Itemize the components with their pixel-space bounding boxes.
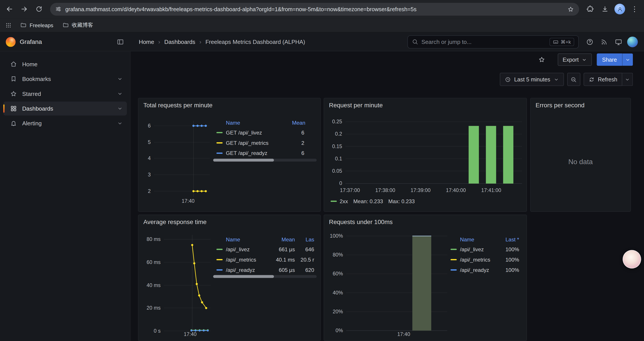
axis-tick-label: 17:37:00 <box>332 187 368 194</box>
panel-title[interactable]: Errors per second <box>531 98 630 112</box>
axis-tick-label: 0.05 <box>324 168 342 174</box>
forward-icon <box>20 5 28 13</box>
reload-icon <box>35 5 43 13</box>
axis-tick-label: 4 <box>138 155 151 162</box>
axis-tick-label: 40 ms <box>138 282 161 288</box>
folder-icon <box>20 22 27 28</box>
extensions-button[interactable] <box>583 2 597 16</box>
sidebar: HomeBookmarksStarredDashboardsAlerting <box>0 51 131 341</box>
reload-button[interactable] <box>32 2 46 16</box>
downloads-button[interactable] <box>598 2 612 16</box>
grafana-logo[interactable] <box>6 37 16 47</box>
share-button[interactable]: Share <box>597 54 622 66</box>
axis-tick-label: 17:39:00 <box>402 187 439 194</box>
help-button[interactable] <box>584 36 595 47</box>
axis-tick-label: 60% <box>324 270 343 277</box>
star-icon <box>10 90 17 97</box>
refresh-interval-button[interactable] <box>622 73 633 86</box>
axis-tick-label: 100% <box>324 233 343 239</box>
bookmark-label: 收藏博客 <box>72 21 93 29</box>
zoom-out-icon <box>570 76 577 83</box>
chevron-down-icon <box>625 77 630 82</box>
app-body: HomeBookmarksStarredDashboardsAlerting E… <box>0 51 644 341</box>
sidebar-item-starred[interactable]: Starred <box>3 87 127 101</box>
axis-tick-label: 20 ms <box>138 304 161 311</box>
time-range-picker[interactable]: Last 5 minutes <box>500 73 564 86</box>
breadcrumb-item[interactable]: Dashboards <box>164 38 195 45</box>
axis-tick-label: 60 ms <box>138 259 161 265</box>
browser-toolbar: grafana.mathmast.com/d/deytv4rwavabkb/fr… <box>0 0 644 18</box>
display-button[interactable] <box>613 36 624 47</box>
chart-canvas[interactable] <box>138 98 321 212</box>
brand: Grafana <box>0 37 131 47</box>
axis-tick-label: 3 <box>138 171 151 178</box>
forward-button[interactable] <box>17 2 31 16</box>
header-icons <box>579 36 644 47</box>
chevron-down-icon[interactable] <box>117 106 123 112</box>
chevron-down-icon <box>582 57 587 62</box>
axis-tick-label: 0 <box>324 180 342 187</box>
site-info-icon[interactable] <box>55 6 62 12</box>
search-input[interactable]: Search or jump to... ⌘+k <box>408 35 579 48</box>
chevron-down-icon <box>554 77 559 82</box>
sidebar-item-alerting[interactable]: Alerting <box>3 116 127 130</box>
zoom-out-button[interactable] <box>567 73 580 86</box>
panel-left-icon <box>116 38 124 46</box>
chart-canvas[interactable] <box>324 98 527 212</box>
clock-icon <box>505 76 511 83</box>
share-menu-button[interactable] <box>622 54 633 66</box>
url-text[interactable]: grafana.mathmast.com/d/deytv4rwavabkb/fr… <box>65 6 564 12</box>
floating-assistant-avatar[interactable] <box>623 250 641 268</box>
grafana-app: Grafana Home›Dashboards›Freeleaps Metric… <box>0 33 644 341</box>
sidebar-item-dashboards[interactable]: Dashboards <box>3 102 127 116</box>
user-avatar[interactable] <box>627 37 638 47</box>
url-bar[interactable]: grafana.mathmast.com/d/deytv4rwavabkb/fr… <box>50 3 579 15</box>
bookmarks-bar: Freeleaps收藏博客 <box>0 18 644 33</box>
panel-request-per-minute: Request per minute 2xx Mean: 0.233 Max: … <box>324 98 527 212</box>
dock-sidebar-button[interactable] <box>116 38 124 46</box>
bookmark-label: Freeleaps <box>30 22 53 28</box>
axis-tick-label: 80% <box>324 252 343 258</box>
back-button[interactable] <box>2 2 16 16</box>
breadcrumb-item[interactable]: Home <box>139 38 154 45</box>
axis-tick-label: 20% <box>324 308 343 315</box>
bookmark-items: Freeleaps收藏博客 <box>18 20 96 30</box>
chart-canvas[interactable] <box>324 215 527 341</box>
download-icon <box>601 5 609 13</box>
sidebar-item-label: Starred <box>22 90 112 97</box>
bookmark-item[interactable]: Freeleaps <box>18 21 56 30</box>
axis-tick-label: 17:40 <box>170 198 207 204</box>
axis-tick-label: 40% <box>324 289 343 296</box>
bookmark-star-icon[interactable] <box>567 6 574 13</box>
chart-canvas[interactable] <box>138 215 321 341</box>
bookmark-item[interactable]: 收藏博客 <box>60 20 96 30</box>
browser-menu-button[interactable]: ⋮ <box>628 2 642 16</box>
chevron-down-icon[interactable] <box>117 91 123 97</box>
sidebar-item-label: Bookmarks <box>22 76 112 82</box>
active-accent-bar <box>3 104 4 113</box>
search-icon <box>412 39 418 45</box>
time-controls: Last 5 minutes Refresh <box>131 68 644 91</box>
panel-errors-per-second: Errors per second No data <box>530 98 631 212</box>
help-icon <box>586 38 594 46</box>
favorite-button[interactable] <box>536 54 548 66</box>
axis-tick-label: 80 ms <box>138 236 161 243</box>
chevron-down-icon[interactable] <box>117 76 123 82</box>
export-button[interactable]: Export <box>558 54 592 66</box>
sidebar-item-label: Alerting <box>22 120 112 127</box>
axis-tick-label: 6 <box>138 122 151 129</box>
axis-tick-label: 0 s <box>138 327 161 334</box>
refresh-button[interactable]: Refresh <box>584 73 622 86</box>
axis-tick-label: 17:41:00 <box>473 187 510 194</box>
chevron-down-icon[interactable] <box>117 121 123 126</box>
profile-button[interactable] <box>613 2 627 16</box>
axis-tick-label: 0% <box>324 327 343 334</box>
news-button[interactable] <box>598 36 610 47</box>
apps-grid-icon[interactable] <box>5 22 12 29</box>
refresh-split-button: Refresh <box>584 73 633 86</box>
sidebar-item-bookmarks[interactable]: Bookmarks <box>3 72 127 86</box>
sidebar-item-home[interactable]: Home <box>3 57 127 71</box>
bell-icon <box>10 120 17 127</box>
breadcrumb-separator: › <box>158 38 160 45</box>
breadcrumb-item: Freeleaps Metrics Dashboard (ALPHA) <box>206 38 305 45</box>
